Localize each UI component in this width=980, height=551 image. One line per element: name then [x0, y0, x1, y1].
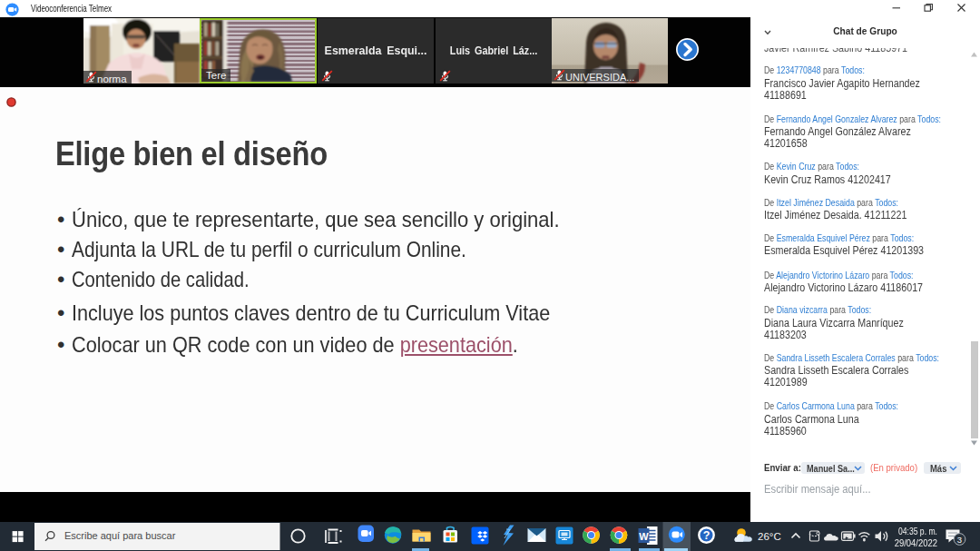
svg-text:3: 3: [957, 535, 962, 545]
svg-text:W: W: [639, 531, 649, 542]
svg-text:?: ?: [703, 529, 710, 542]
